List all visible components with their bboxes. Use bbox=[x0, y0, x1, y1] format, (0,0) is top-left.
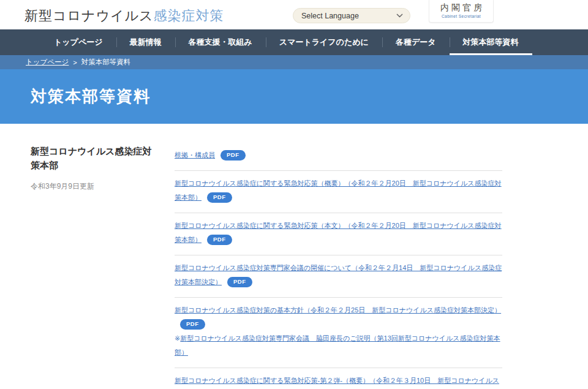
nav-item-link[interactable]: 最新情報 bbox=[116, 29, 175, 55]
document-list-item: 根拠・構成員PDF bbox=[175, 143, 502, 171]
document-list-item: 新型コロナウイルス感染症に関する緊急対応策（概要）（令和２年２月20日 新型コロ… bbox=[175, 171, 502, 213]
document-list-item: 新型コロナウイルス感染症対策の基本方針（令和２年２月25日 新型コロナウイルス感… bbox=[175, 298, 502, 368]
site-logo-accent-text: 感染症対策 bbox=[154, 8, 224, 23]
document-link[interactable]: 新型コロナウイルス感染症対策専門家会議の開催について（令和２年２月14日 新型コ… bbox=[175, 264, 502, 285]
page-title: 対策本部等資料 bbox=[31, 86, 588, 107]
document-list-item: 新型コロナウイルス感染症に関する緊急対応策（本文）（令和２年２月20日 新型コロ… bbox=[175, 213, 502, 255]
breadcrumb-home-link[interactable]: トップページ bbox=[26, 58, 69, 67]
pdf-badge: PDF bbox=[227, 277, 252, 287]
document-line: 新型コロナウイルス感染症対策の基本方針（令和２年２月25日 新型コロナウイルス感… bbox=[175, 303, 502, 331]
nav-item-link[interactable]: 各種支援・取組み bbox=[175, 29, 266, 55]
document-line: 新型コロナウイルス感染症対策専門家会議の開催について（令和２年２月14日 新型コ… bbox=[175, 261, 502, 289]
pdf-badge: PDF bbox=[207, 235, 232, 245]
document-link[interactable]: 根拠・構成員 bbox=[175, 151, 215, 159]
pdf-badge: PDF bbox=[221, 150, 246, 161]
language-selector-label: Select Language bbox=[301, 12, 359, 20]
main-content: 新型コロナウイルス感染症対策本部 令和3年9月9日更新 根拠・構成員PDF新型コ… bbox=[0, 124, 588, 389]
document-link[interactable]: 新型コロナウイルス感染症に関する緊急対応策-第２弾-（概要）（令和２年３月10日… bbox=[175, 377, 499, 389]
cabinet-secretariat-jp: 内閣官房 bbox=[429, 2, 493, 13]
cabinet-secretariat-logo[interactable]: 内閣官房 Cabinet Secretariat bbox=[429, 0, 494, 23]
cabinet-secretariat-en: Cabinet Secretariat bbox=[431, 14, 492, 18]
document-line: 新型コロナウイルス感染症に関する緊急対応策（概要）（令和２年２月20日 新型コロ… bbox=[175, 176, 502, 205]
section-title: 新型コロナウイルス感染症対策本部 bbox=[31, 144, 159, 173]
chevron-down-icon bbox=[396, 12, 404, 20]
document-line: 新型コロナウイルス感染症に関する緊急対応策-第２弾-（概要）（令和２年３月10日… bbox=[175, 374, 502, 389]
nav-item-link[interactable]: 各種データ bbox=[382, 29, 450, 55]
document-line: 根拠・構成員PDF bbox=[175, 148, 502, 162]
breadcrumb: トップページ > 対策本部等資料 bbox=[0, 55, 588, 69]
document-link[interactable]: 新型コロナウイルス感染症対策の基本方針（令和２年２月25日 新型コロナウイルス感… bbox=[175, 306, 501, 314]
pdf-badge: PDF bbox=[207, 192, 232, 203]
nav-item-active[interactable]: 対策本部等資料 bbox=[450, 29, 532, 55]
document-list-item: 新型コロナウイルス感染症対策専門家会議の開催について（令和２年２月14日 新型コ… bbox=[175, 255, 502, 298]
nav-item-link[interactable]: スマートライフのために bbox=[266, 29, 382, 55]
language-selector[interactable]: Select Language bbox=[293, 8, 410, 23]
pdf-badge: PDF bbox=[180, 319, 205, 330]
section-header-column: 新型コロナウイルス感染症対策本部 令和3年9月9日更新 bbox=[31, 144, 159, 389]
main-nav: トップページ最新情報各種支援・取組みスマートライフのために各種データ対策本部等資… bbox=[0, 29, 588, 55]
site-logo-text: 新型コロナウイルス bbox=[24, 8, 154, 23]
main-nav-list: トップページ最新情報各種支援・取組みスマートライフのために各種データ対策本部等資… bbox=[40, 29, 588, 55]
updated-date: 令和3年9月9日更新 bbox=[31, 181, 159, 192]
document-line: 新型コロナウイルス感染症に関する緊急対応策（本文）（令和２年２月20日 新型コロ… bbox=[175, 219, 502, 247]
breadcrumb-separator: > bbox=[73, 59, 77, 66]
nav-item-link[interactable]: トップページ bbox=[40, 29, 116, 55]
document-link[interactable]: 新型コロナウイルス感染症対策専門家会議 脇田座長のご説明（第13回新型コロナウイ… bbox=[175, 334, 500, 356]
site-header: 新型コロナウイルス感染症対策 Select Language 内閣官房 Cabi… bbox=[0, 0, 588, 29]
breadcrumb-current: 対策本部等資料 bbox=[81, 58, 131, 67]
document-line: ※新型コロナウイルス感染症対策専門家会議 脇田座長のご説明（第13回新型コロナウ… bbox=[175, 331, 502, 360]
document-list: 根拠・構成員PDF新型コロナウイルス感染症に関する緊急対応策（概要）（令和２年２… bbox=[175, 143, 502, 389]
site-logo[interactable]: 新型コロナウイルス感染症対策 bbox=[24, 7, 224, 25]
document-list-item: 新型コロナウイルス感染症に関する緊急対応策-第２弾-（概要）（令和２年３月10日… bbox=[175, 368, 502, 389]
title-banner: 対策本部等資料 bbox=[0, 69, 588, 124]
note-prefix: ※ bbox=[175, 334, 180, 342]
